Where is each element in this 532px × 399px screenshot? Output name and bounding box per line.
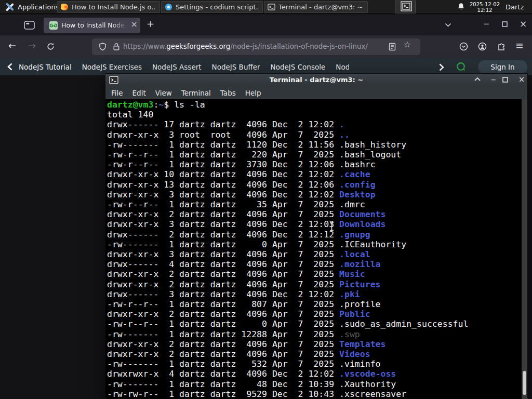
taskbar-button[interactable]: How to Install Node.js o... xyxy=(57,1,160,13)
nav-item-nodejs-assert[interactable]: NodeJS Assert xyxy=(152,63,202,71)
pocket-icon[interactable] xyxy=(459,42,468,51)
terminal-line: drwx------ 4 dartz dartz 4096 Apr 7 2025… xyxy=(107,259,527,269)
terminal-line: -rw------- 1 dartz dartz 1120 Dec 2 11:5… xyxy=(107,140,527,150)
notification-bell-icon[interactable] xyxy=(457,3,465,11)
applications-icon xyxy=(5,3,14,11)
terminal-line: -rw-r--r-- 1 dartz dartz 807 Apr 7 2025 … xyxy=(107,299,527,309)
browser-toolbar: ← → https://www.geeksforgeeks.org/node-j… xyxy=(0,35,532,58)
terminal-menu-terminal[interactable]: Terminal xyxy=(181,89,211,97)
terminal-tray-icon xyxy=(398,1,412,13)
terminal-line: -rw-r--r-- 1 dartz dartz 0 Apr 7 2025 .s… xyxy=(107,319,527,329)
terminal-line: drwxr-xr-x 2 dartz dartz 4096 Apr 7 2025… xyxy=(107,349,527,359)
hamburger-menu-icon[interactable]: ≡ xyxy=(515,39,524,51)
taskbar-button[interactable]: Terminal - dartz@vm3: ~ xyxy=(264,1,368,13)
account-icon[interactable] xyxy=(478,42,487,51)
terminal-titlebar[interactable]: Terminal - dartz@vm3: ~ − × xyxy=(105,74,527,87)
panel-time: 12:12 xyxy=(468,7,501,13)
window-minimize-button[interactable]: − xyxy=(483,19,490,29)
terminal-line: -rw-r--r-- 1 dartz dartz 35 Apr 7 2025 .… xyxy=(107,200,527,209)
back-button[interactable]: ← xyxy=(8,40,16,51)
firefox-icon xyxy=(61,3,69,11)
terminal-line: -rw-rw-r-- 1 dartz dartz 9529 Dec 2 10:4… xyxy=(107,389,527,399)
firefox-view-icon[interactable] xyxy=(24,21,35,30)
terminal-title: Terminal - dartz@vm3: ~ xyxy=(105,76,527,84)
terminal-line: drwxr-xr-x 2 dartz dartz 4096 Apr 7 2025… xyxy=(107,280,527,289)
nav-item-nodejs-buffer[interactable]: NodeJS Buffer xyxy=(212,63,260,71)
terminal-line: drwxr-xr-x 3 dartz dartz 4096 Dec 2 12:0… xyxy=(107,219,527,229)
window-maximize-button[interactable] xyxy=(502,21,508,27)
search-icon[interactable] xyxy=(456,62,466,72)
terminal-line: drwx------ 2 dartz dartz 4096 Dec 2 12:1… xyxy=(107,230,527,240)
terminal-line: drwx------ 17 dartz dartz 4096 Dec 2 12:… xyxy=(107,119,527,129)
taskbar-button[interactable]: Settings - codium script... xyxy=(161,1,263,13)
nav-back-chevron-icon[interactable] xyxy=(7,63,12,71)
mouse-cursor xyxy=(329,222,335,231)
extensions-icon[interactable] xyxy=(497,42,506,51)
terminal-line: dartz@vm3:~$ ls -la xyxy=(107,100,527,110)
terminal-content[interactable]: dartz@vm3:~$ ls -latotal 140drwx------ 1… xyxy=(105,99,527,399)
terminal-menu-edit[interactable]: Edit xyxy=(132,89,146,97)
terminal-line: drwxr-xr-x 3 dartz dartz 4096 Apr 7 2025… xyxy=(107,249,527,259)
tracking-shield-icon[interactable] xyxy=(99,43,107,51)
browser-tab-bar: How to Install Node.js on × + − × xyxy=(0,15,532,35)
lock-icon[interactable] xyxy=(113,43,120,51)
terminal-shade-button[interactable] xyxy=(474,77,485,81)
new-tab-button[interactable]: + xyxy=(147,18,154,29)
terminal-menu-help[interactable]: Help xyxy=(245,89,261,97)
terminal-line: drwxr-xr-x 2 dartz dartz 4096 Apr 7 2025… xyxy=(107,209,527,219)
list-tabs-chevron-icon[interactable] xyxy=(445,23,451,28)
terminal-maximize-button[interactable] xyxy=(502,77,513,83)
terminal-line: drwxr-xr-x 2 dartz dartz 4096 Apr 7 2025… xyxy=(107,269,527,279)
bookmark-star-icon[interactable]: ☆ xyxy=(404,39,411,49)
terminal-window: Terminal - dartz@vm3: ~ − × FileEditView… xyxy=(105,73,528,399)
terminal-scrollbar-thumb[interactable] xyxy=(523,371,526,395)
taskbar-button-label: How to Install Node.js o... xyxy=(72,3,156,11)
geeksforgeeks-favicon xyxy=(49,21,58,30)
codium-icon xyxy=(165,3,172,11)
terminal-icon xyxy=(268,3,275,11)
terminal-line: drwxr-xr-x 13 dartz dartz 4096 Dec 2 12:… xyxy=(107,180,527,190)
terminal-minimize-button[interactable]: − xyxy=(488,76,499,84)
terminal-output: dartz@vm3:~$ ls -latotal 140drwx------ 1… xyxy=(105,99,527,399)
panel-handle: ≡ xyxy=(52,2,57,9)
terminal-close-button[interactable]: × xyxy=(516,75,527,84)
url-text: https://www.geeksforgeeks.org/node-js/in… xyxy=(123,38,368,55)
panel-date: 2025-12-02 xyxy=(468,2,501,7)
terminal-menu-file[interactable]: File xyxy=(111,89,123,97)
terminal-line: drwxr-xr-x 3 root root 4096 Apr 7 2025 .… xyxy=(107,130,527,140)
terminal-line: drwxr-xr-x 10 dartz dartz 4096 Dec 2 12:… xyxy=(107,169,527,179)
nav-item-nodejs-crypto[interactable]: NodeJS Crypto xyxy=(336,63,349,71)
tab-close-icon[interactable]: × xyxy=(131,19,138,29)
nav-item-nodejs-tutorial[interactable]: NodeJS Tutorial xyxy=(19,63,72,71)
nav-forward-chevron-icon[interactable] xyxy=(439,63,444,71)
terminal-line: drwx------ 3 dartz dartz 4096 Dec 2 12:0… xyxy=(107,289,527,299)
terminal-line: drwxr-xr-x 3 dartz dartz 4096 Dec 2 12:0… xyxy=(107,190,527,200)
reload-icon[interactable] xyxy=(46,42,55,51)
terminal-line: -rw-r--r-- 1 dartz dartz 3730 Dec 2 12:0… xyxy=(107,159,527,169)
taskbar-button-label: Terminal - dartz@vm3: ~ xyxy=(278,3,363,11)
terminal-line: drwxrwxr-x 4 dartz dartz 4096 Dec 2 12:0… xyxy=(107,369,527,379)
taskbar-button-label: Settings - codium script... xyxy=(176,3,259,11)
panel-username: Dartz xyxy=(506,3,524,11)
terminal-menu-view[interactable]: View xyxy=(155,89,172,97)
panel-clock[interactable]: 2025-12-02 12:12 xyxy=(468,2,501,13)
terminal-line: -rw------- 1 dartz dartz 532 Apr 7 2025 … xyxy=(107,359,527,369)
nav-item-nodejs-console[interactable]: NodeJS Console xyxy=(271,63,326,71)
terminal-scrollbar[interactable] xyxy=(522,99,527,399)
browser-tab[interactable]: How to Install Node.js on × xyxy=(44,18,140,33)
url-bar[interactable]: https://www.geeksforgeeks.org/node-js/in… xyxy=(92,38,420,55)
top-panel: Applications ≡ How to Install Node.js o.… xyxy=(0,0,532,14)
sign-in-button[interactable]: Sign In xyxy=(478,60,527,74)
nav-item-nodejs-exercises[interactable]: NodeJS Exercises xyxy=(82,63,142,71)
terminal-line: total 140 xyxy=(107,110,527,119)
terminal-line: drwxr-xr-x 2 dartz dartz 4096 Apr 7 2025… xyxy=(107,339,527,349)
tab-title: How to Install Node.js on xyxy=(61,18,128,33)
terminal-line: -rw-r--r-- 1 dartz dartz 220 Apr 7 2025 … xyxy=(107,150,527,159)
terminal-menu-tabs[interactable]: Tabs xyxy=(220,89,236,97)
terminal-line: -rw------- 1 dartz dartz 48 Dec 2 10:39 … xyxy=(107,379,527,389)
reader-view-icon[interactable] xyxy=(389,43,396,51)
window-close-button[interactable]: × xyxy=(520,19,527,29)
forward-button[interactable]: → xyxy=(28,40,36,51)
terminal-tray-button[interactable] xyxy=(395,1,416,14)
terminal-line: -rw------- 1 dartz dartz 12288 Apr 7 202… xyxy=(107,329,527,339)
